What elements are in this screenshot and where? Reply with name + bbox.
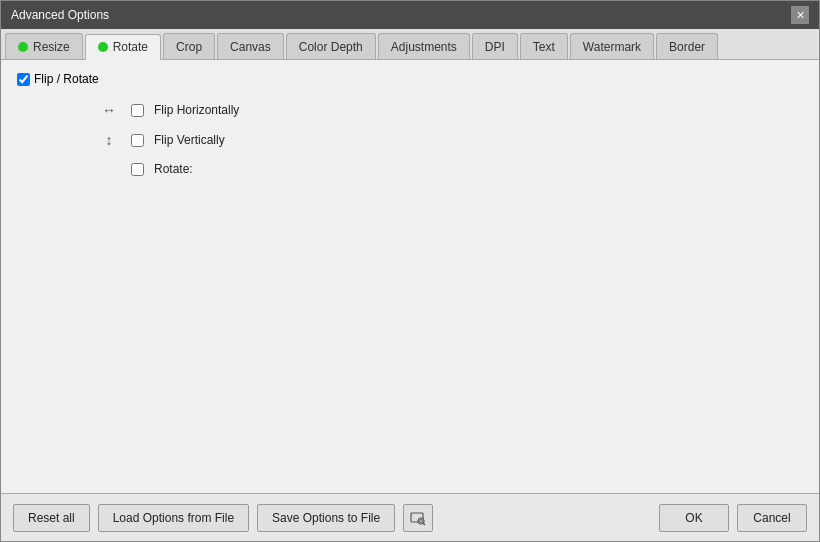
section-label: Flip / Rotate [34, 72, 99, 86]
tab-colordepth[interactable]: Color Depth [286, 33, 376, 59]
tab-border-label: Border [669, 40, 705, 54]
tab-resize[interactable]: Resize [5, 33, 83, 59]
flip-horizontal-checkbox[interactable] [131, 104, 144, 117]
tab-watermark-label: Watermark [583, 40, 641, 54]
section-header: Flip / Rotate [17, 72, 803, 86]
rotate-checkbox[interactable] [131, 163, 144, 176]
tab-canvas-label: Canvas [230, 40, 271, 54]
flip-horizontal-row: ↔ Flip Horizontally [97, 102, 803, 118]
resize-tab-dot [18, 42, 28, 52]
close-button[interactable]: ✕ [791, 6, 809, 24]
flip-vertical-label: Flip Vertically [154, 133, 225, 147]
tab-border[interactable]: Border [656, 33, 718, 59]
flip-horizontal-label: Flip Horizontally [154, 103, 239, 117]
rotate-label: Rotate: [154, 162, 193, 176]
tab-rotate-label: Rotate [113, 40, 148, 54]
cancel-button[interactable]: Cancel [737, 504, 807, 532]
advanced-options-dialog: Advanced Options ✕ Resize Rotate Crop Ca… [0, 0, 820, 542]
dialog-title: Advanced Options [11, 8, 109, 22]
reset-all-button[interactable]: Reset all [13, 504, 90, 532]
tab-adjustments-label: Adjustments [391, 40, 457, 54]
tab-text-label: Text [533, 40, 555, 54]
tab-crop-label: Crop [176, 40, 202, 54]
title-bar: Advanced Options ✕ [1, 1, 819, 29]
tab-bar: Resize Rotate Crop Canvas Color Depth Ad… [1, 29, 819, 60]
tab-text[interactable]: Text [520, 33, 568, 59]
tab-canvas[interactable]: Canvas [217, 33, 284, 59]
tab-resize-label: Resize [33, 40, 70, 54]
tab-adjustments[interactable]: Adjustments [378, 33, 470, 59]
rotate-row: Rotate: [97, 162, 803, 176]
svg-line-2 [423, 523, 425, 525]
tab-watermark[interactable]: Watermark [570, 33, 654, 59]
tab-rotate[interactable]: Rotate [85, 34, 161, 60]
content-area: Flip / Rotate ↔ Flip Horizontally ↕ Flip… [1, 60, 819, 493]
flip-rotate-checkbox[interactable] [17, 73, 30, 86]
tab-dpi[interactable]: DPI [472, 33, 518, 59]
flip-vertical-icon: ↕ [97, 132, 121, 148]
tab-colordepth-label: Color Depth [299, 40, 363, 54]
ok-button[interactable]: OK [659, 504, 729, 532]
load-options-button[interactable]: Load Options from File [98, 504, 249, 532]
flip-vertical-checkbox[interactable] [131, 134, 144, 147]
footer: Reset all Load Options from File Save Op… [1, 493, 819, 541]
tab-dpi-label: DPI [485, 40, 505, 54]
browse-icon-button[interactable] [403, 504, 433, 532]
browse-icon [410, 510, 426, 526]
options-container: ↔ Flip Horizontally ↕ Flip Vertically Ro… [17, 102, 803, 176]
save-options-button[interactable]: Save Options to File [257, 504, 395, 532]
flip-vertical-row: ↕ Flip Vertically [97, 132, 803, 148]
flip-horizontal-icon: ↔ [97, 102, 121, 118]
rotate-tab-dot [98, 42, 108, 52]
tab-crop[interactable]: Crop [163, 33, 215, 59]
